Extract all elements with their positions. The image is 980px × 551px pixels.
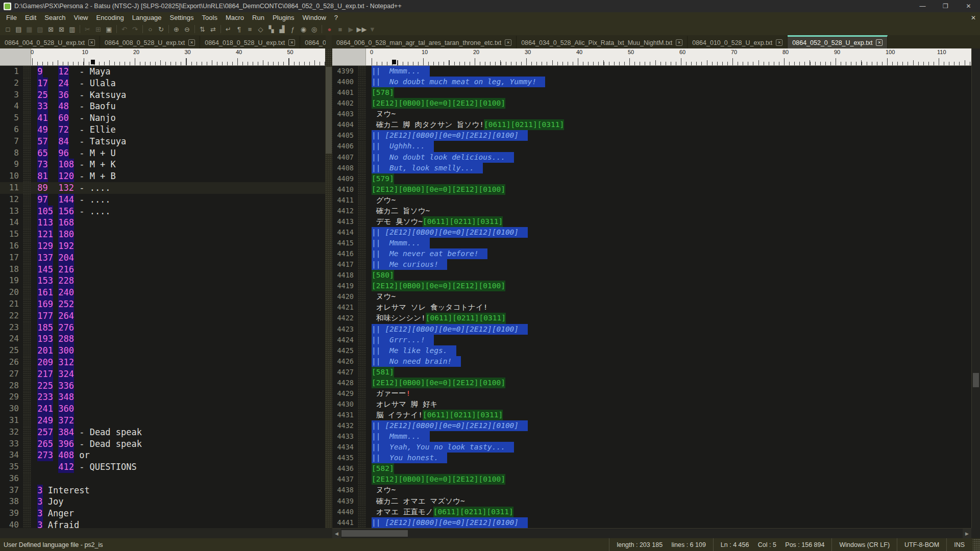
paste-icon[interactable]: ▣	[104, 24, 114, 34]
close-button[interactable]: ✕	[957, 0, 980, 12]
bookmark-margin[interactable]	[23, 461, 31, 473]
bookmark-margin[interactable]	[358, 378, 366, 388]
bookmark-margin[interactable]	[358, 485, 366, 495]
bookmark-margin[interactable]	[358, 77, 366, 87]
bookmark-margin[interactable]	[23, 206, 31, 217]
menu-item-view[interactable]: View	[70, 12, 92, 23]
bookmark-margin[interactable]	[358, 206, 366, 216]
menu-item-settings[interactable]: Settings	[166, 12, 198, 23]
bookmark-margin[interactable]	[23, 159, 31, 170]
menu-item-run[interactable]: Run	[248, 12, 268, 23]
bookmark-margin[interactable]	[358, 259, 366, 270]
bookmark-margin[interactable]	[358, 420, 366, 431]
open-folder-icon[interactable]: ▤	[13, 24, 24, 34]
minimize-button[interactable]: —	[911, 0, 934, 12]
bookmark-margin[interactable]	[23, 496, 31, 508]
bookmark-margin[interactable]	[23, 66, 31, 78]
monitor-icon[interactable]: ◉	[298, 24, 309, 34]
tab-0864_020_0[interactable]: 0864_020_0	[300, 35, 326, 48]
bookmark-margin[interactable]	[358, 442, 366, 453]
bookmark-margin[interactable]	[23, 275, 31, 287]
tab-0864_052_0_528_U_exp.txt[interactable]: 0864_052_0_528_U_exp.txt✕	[788, 35, 888, 48]
bookmark-margin[interactable]	[23, 101, 31, 112]
bookmark-margin[interactable]	[358, 463, 366, 474]
tab-close-icon[interactable]: ✕	[505, 39, 511, 46]
bookmark-margin[interactable]	[358, 195, 366, 206]
tab-0864_008_0_528_U_exp.txt[interactable]: 0864_008_0_528_U_exp.txt✕	[100, 35, 200, 48]
tab-close-icon[interactable]: ✕	[88, 39, 95, 46]
bookmark-margin[interactable]	[23, 264, 31, 276]
resize-grip[interactable]	[973, 538, 980, 551]
bookmark-margin[interactable]	[358, 507, 366, 517]
file-watch-icon[interactable]: ◎	[309, 24, 320, 34]
print-icon[interactable]: ▥	[67, 24, 78, 34]
show-all-chars-icon[interactable]: ¶	[234, 24, 244, 34]
zoom-in-icon[interactable]: ⊕	[171, 24, 182, 34]
bookmark-margin[interactable]	[358, 163, 366, 173]
bookmark-margin[interactable]	[23, 124, 31, 136]
bookmark-margin[interactable]	[358, 335, 366, 345]
status-insert-mode[interactable]: INS	[946, 538, 972, 551]
menu-item-window[interactable]: Window	[299, 12, 330, 23]
bookmark-margin[interactable]	[23, 438, 31, 450]
tab-0864_004_0_528_U_exp.txt[interactable]: 0864_004_0_528_U_exp.txt✕	[0, 35, 100, 48]
bookmark-margin[interactable]	[23, 252, 31, 264]
menu-item-edit[interactable]: Edit	[21, 12, 40, 23]
bookmark-margin[interactable]	[23, 89, 31, 101]
bookmark-margin[interactable]	[23, 380, 31, 392]
bookmark-margin[interactable]	[23, 473, 31, 485]
bookmark-margin[interactable]	[358, 109, 366, 119]
bookmark-margin[interactable]	[23, 298, 31, 310]
bookmark-margin[interactable]	[23, 78, 31, 89]
horizontal-scrollbar[interactable]: ◀ ▶	[332, 528, 971, 538]
bookmark-margin[interactable]	[358, 152, 366, 163]
macro-run-multiple-icon[interactable]: ▶▶	[356, 24, 367, 34]
bookmark-margin[interactable]	[23, 310, 31, 322]
bookmark-margin[interactable]	[23, 345, 31, 357]
bookmark-margin[interactable]	[358, 388, 366, 399]
bookmark-margin[interactable]	[358, 291, 366, 302]
close-doc-icon[interactable]: ⊠	[45, 24, 56, 34]
bookmark-margin[interactable]	[358, 66, 366, 77]
bookmark-margin[interactable]	[358, 98, 366, 109]
bookmark-margin[interactable]	[23, 415, 31, 427]
bookmark-margin[interactable]	[358, 496, 366, 507]
bookmark-margin[interactable]	[358, 87, 366, 98]
tab-close-icon[interactable]: ✕	[288, 39, 295, 46]
tab-close-icon[interactable]: ✕	[776, 39, 782, 46]
bookmark-margin[interactable]	[23, 508, 31, 519]
editor-pane-left[interactable]: 010203040501 9 12 - Maya2 17 24 - Ulala3…	[0, 48, 325, 528]
bookmark-margin[interactable]	[358, 367, 366, 378]
bookmark-margin[interactable]	[23, 403, 31, 415]
bookmark-margin[interactable]	[358, 356, 366, 367]
tab-0864_006_0_528_man_agr_tal_ares_taran_throne_etc.txt[interactable]: 0864_006_0_528_man_agr_tal_ares_taran_th…	[332, 35, 517, 48]
tab-0864_010_0_528_U_exp.txt[interactable]: 0864_010_0_528_U_exp.txt✕	[688, 35, 788, 48]
status-eol-format[interactable]: Windows (CR LF)	[831, 538, 897, 551]
bookmark-margin[interactable]	[23, 229, 31, 240]
editor-pane-right[interactable]: 01020304050607080901001104399|| Mmmm... …	[332, 48, 971, 528]
bookmark-margin[interactable]	[358, 281, 366, 291]
bookmark-margin[interactable]	[358, 184, 366, 195]
bookmark-margin[interactable]	[23, 322, 31, 334]
text-area[interactable]: 4399|| Mmmm... 4400|| No doubt much meat…	[332, 66, 971, 528]
bookmark-margin[interactable]	[358, 324, 366, 335]
bookmark-margin[interactable]	[358, 453, 366, 463]
macro-record-icon[interactable]: ●	[324, 24, 335, 34]
bookmark-margin[interactable]	[23, 427, 31, 438]
menu-item-language[interactable]: Language	[128, 12, 166, 23]
bookmark-margin[interactable]	[23, 194, 31, 206]
bookmark-margin[interactable]	[358, 431, 366, 442]
word-wrap-icon[interactable]: ↵	[223, 24, 234, 34]
bookmark-margin[interactable]	[23, 333, 31, 345]
menu-item-search[interactable]: Search	[40, 12, 69, 23]
bookmark-margin[interactable]	[358, 302, 366, 313]
bookmark-margin[interactable]	[358, 270, 366, 281]
bookmark-margin[interactable]	[358, 141, 366, 152]
left-vertical-scrollbar[interactable]	[325, 48, 332, 528]
close-all-icon[interactable]: ⊠	[56, 24, 67, 34]
status-encoding[interactable]: UTF-8-BOM	[897, 538, 946, 551]
left-vscroll-thumb[interactable]	[326, 67, 332, 154]
bookmark-margin[interactable]	[23, 182, 31, 194]
bookmark-margin[interactable]	[358, 119, 366, 130]
hscroll-thumb[interactable]	[341, 530, 408, 537]
